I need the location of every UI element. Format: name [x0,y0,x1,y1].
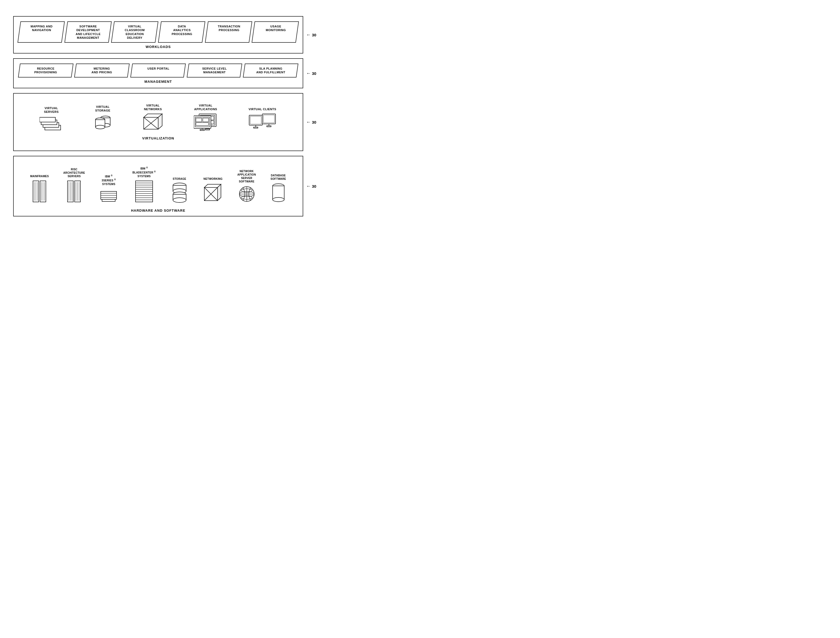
virtual-applications-item: VIRTUALAPPLICATIONS [194,104,218,131]
ref-306: 306 [306,32,316,38]
ibm-bladecenter-icon [134,180,154,203]
virtual-storage-label: VIRTUALSTORAGE [95,105,111,112]
workload-usage: USAGEMONITORING [252,21,299,43]
virtual-storage-icon [93,114,112,131]
networking-icon [203,182,223,203]
svg-rect-28 [200,129,204,131]
svg-rect-57 [102,199,115,201]
svg-rect-24 [196,118,202,122]
workloads-label: WORKLOADS [19,45,297,50]
mainframes-label: MAINFRAMES [30,175,49,178]
mgmt-user-portal: USER PORTAL [131,63,186,77]
network-app-server-label: NETWORKAPPLICATIONSERVERSOFTWARE [237,169,256,183]
virtual-clients-item: VIRTUAL CLIENTS [248,107,277,131]
svg-rect-3 [39,117,55,122]
virtual-networks-label: VIRTUALNETWORKS [144,104,162,111]
ibm-3series-label: IBM ®3SERIES ®SYSTEMS [102,174,116,186]
mgmt-sla-planning: SLA PLANNINGAND FULFILLMENT [243,63,298,77]
virtualization-layer: VIRTUALSERVERS VIRTUALSTORAGE [13,93,303,151]
workload-mapping: MAPPING ANDNAVIGATION [17,21,65,43]
database-software-item: DATABASESOFTWARE [270,174,286,203]
mgmt-service-level: SERVICE LEVELMANAGEMENT [187,63,242,77]
risc-servers-label: RISCARCHITECTURESERVERS [63,168,85,178]
workload-virtual-classroom: VIRTUALCLASSROOMEDUCATIONDELIVERY [111,21,158,43]
database-software-icon [270,182,286,203]
hardware-label: HARDWARE AND SOFTWARE [19,208,297,213]
hardware-layer: MAINFRAMES RISCARCHITECTURESERV [13,156,303,216]
svg-point-87 [273,197,284,202]
virtualization-items: VIRTUALSERVERS VIRTUALSTORAGE [19,98,297,134]
networking-item: NETWORKING [203,177,223,203]
workload-transaction: TRANSACTIONPROCESSING [205,21,252,43]
svg-rect-30 [264,115,275,123]
virtual-applications-label: VIRTUALAPPLICATIONS [194,104,217,111]
virtual-servers-icon [39,115,63,131]
management-layer: RESOURCEPROVISIONING METERINGAND PRICING… [13,58,303,88]
svg-rect-34 [250,116,261,124]
management-boxes: RESOURCEPROVISIONING METERINGAND PRICING… [19,63,297,77]
storage-icon [171,182,189,203]
ref-304: 304 [306,71,316,76]
virtual-servers-label: VIRTUALSERVERS [44,106,59,114]
virtual-clients-label: VIRTUAL CLIENTS [249,107,276,111]
workload-data-analytics: DATAANALYTICSPROCESSING [158,21,205,43]
svg-marker-78 [218,184,221,201]
virtual-networks-item: VIRTUALNETWORKS [142,104,163,131]
hardware-items: MAINFRAMES RISCARCHITECTURESERV [19,161,297,206]
svg-rect-25 [203,118,208,122]
virtual-servers-item: VIRTUALSERVERS [39,106,63,131]
mainframes-item: MAINFRAMES [30,175,49,203]
ibm-bladecenter-label: IBM ®BLADECENTER ®SYSTEMS [133,166,156,178]
workloads-boxes: MAPPING ANDNAVIGATION SOFTWAREDEVELOPMEN… [19,21,297,43]
ref-300: 300 [306,183,316,189]
ibm-3series-icon [99,188,118,203]
svg-rect-32 [267,126,271,127]
ibm-3series-item: IBM ®3SERIES ®SYSTEMS [99,174,118,203]
architecture-diagram: MAPPING ANDNAVIGATION SOFTWAREDEVELOPMEN… [13,16,303,221]
workloads-layer: MAPPING ANDNAVIGATION SOFTWAREDEVELOPMEN… [13,16,303,54]
virtualization-label: VIRTUALIZATION [19,136,297,140]
svg-rect-26 [196,123,208,125]
virtual-applications-icon [194,112,218,131]
ref-302: 302 [306,119,316,125]
virtual-storage-item: VIRTUALSTORAGE [93,105,112,131]
virtual-clients-icon [248,112,277,131]
workload-software-dev: SOFTWAREDEVELOPMENTAND LIFECYCLEMANAGEME… [64,21,112,43]
mainframes-icon [32,180,47,203]
risc-servers-item: RISCARCHITECTURESERVERS [63,168,85,203]
virtual-networks-icon [142,112,163,131]
network-app-server-icon [238,185,256,203]
storage-item: STORAGE [171,177,189,203]
network-app-server-item: NETWORKAPPLICATIONSERVERSOFTWARE [237,169,256,203]
svg-rect-21 [205,129,210,130]
storage-label: STORAGE [173,177,186,181]
networking-label: NETWORKING [204,177,223,181]
svg-point-9 [95,125,105,129]
svg-point-73 [173,198,186,202]
management-label: MANAGEMENT [19,80,297,85]
ibm-bladecenter-item: IBM ®BLADECENTER ®SYSTEMS [133,166,156,203]
risc-servers-icon [66,180,82,203]
svg-rect-36 [254,127,258,128]
mgmt-resource-provisioning: RESOURCEPROVISIONING [18,63,74,77]
mgmt-metering: METERINGAND PRICING [74,63,130,77]
database-software-label: DATABASESOFTWARE [270,174,286,181]
